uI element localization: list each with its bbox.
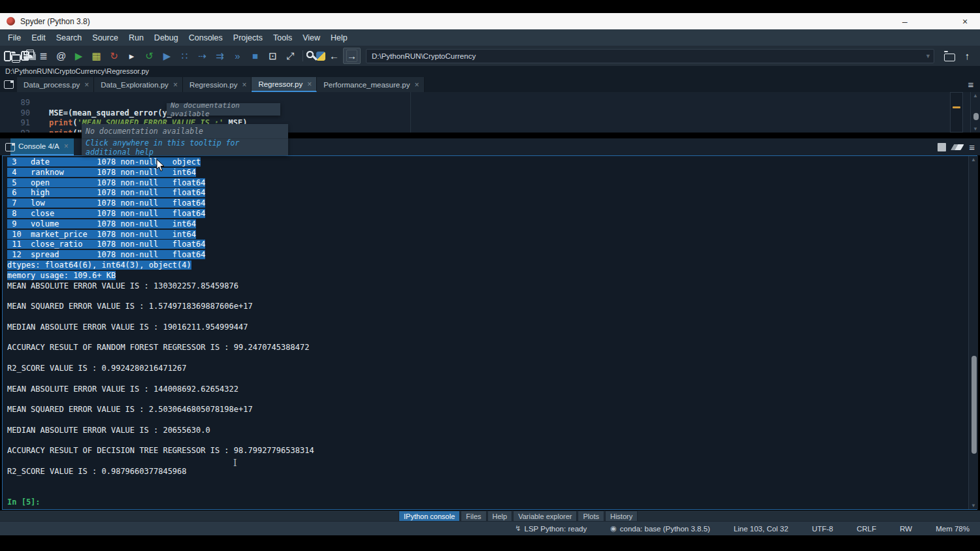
console-scrollbar[interactable]: ▲ ▼ [968,156,978,509]
file-switcher-icon[interactable]: ≣ [35,48,52,64]
debug-file-icon[interactable]: ▶ [158,48,176,64]
new-file-icon[interactable] [4,52,11,61]
doc-tooltip-large[interactable]: No documentation available Click anywher… [82,124,288,155]
console-scrollbar-thumb[interactable] [972,356,977,454]
panel-tab-plots[interactable]: Plots [578,511,604,521]
browse-tabs-button[interactable] [0,76,17,92]
console-line: MEDIAN ABSOLUTE ERROR VALUE IS : 1901621… [3,323,977,333]
open-file-icon[interactable] [11,54,21,61]
scroll-up-icon[interactable]: ▲ [971,93,980,99]
close-icon[interactable]: × [415,80,419,89]
close-icon[interactable]: × [173,80,178,89]
console-line [3,291,977,302]
menu-tools[interactable]: Tools [268,31,297,44]
console-options-menu-icon[interactable]: ≡ [969,142,975,153]
console-line: MEAN ABSOLUTE ERROR VALUE IS : 130302257… [3,281,977,292]
maximize-pane-icon[interactable]: ⊡ [264,48,282,64]
console-line [3,456,977,467]
preferences-icon[interactable] [306,51,316,61]
find-in-files-icon[interactable]: @ [52,48,70,64]
console-line: 5 open 1078 non-null float64 [3,178,977,189]
text-cursor: I [233,458,237,468]
menu-view[interactable]: View [297,31,325,44]
clear-console-icon[interactable] [951,144,964,150]
code-token: MSE=(mean_squared_error(y_ [49,108,172,118]
fullscreen-icon[interactable]: ⤢ [282,48,299,64]
tab-regression[interactable]: Regression.py × [183,77,252,92]
chevron-down-icon[interactable]: ▼ [925,53,931,59]
editor-scrollbar[interactable]: ▲ ▼ [970,92,980,133]
panel-tab-label: IPython console [404,512,455,520]
menu-source[interactable]: Source [87,31,123,44]
debug-cell-icon[interactable]: ∷ [176,48,193,64]
tab-performance-measure[interactable]: Performance_measure.py × [317,77,424,92]
save-all-icon[interactable] [27,52,35,59]
panel-tab-ipython-console[interactable]: IPython console [399,511,460,521]
run-cell-icon[interactable]: ▦ [88,48,105,64]
menu-run[interactable]: Run [123,31,149,44]
continue-icon[interactable]: » [229,48,246,64]
code-text: print(" [30,129,82,133]
close-button[interactable]: × [950,13,980,29]
editor-scrollbar-thumb[interactable] [973,113,979,120]
panel-tab-files[interactable]: Files [461,511,486,521]
close-icon[interactable]: × [64,142,69,151]
forward-icon[interactable]: → [343,48,361,64]
browse-consoles-button[interactable] [1,139,18,155]
editor-tabs: Data_process.py × Data_Exploration.py × … [17,77,425,92]
rerun-cell-icon[interactable]: ↻ [105,48,123,64]
status-bar: ↯ LSP Python: ready ◉ conda: base (Pytho… [0,521,980,535]
console-line [3,374,977,385]
run-file-icon[interactable]: ▶ [70,48,88,64]
step-over-icon[interactable]: ⇢ [193,48,211,64]
close-icon[interactable]: × [307,80,312,89]
console-line: MEDIAN ABSOLUTE ERROR VALUE IS : 2065563… [3,426,977,436]
status-item-label: Mem 78% [936,525,970,533]
tab-regressor[interactable]: Regressor.py × [252,77,317,92]
menu-consoles[interactable]: Consoles [184,31,228,44]
console-line: 4 ranknow 1078 non-null int64 [3,168,977,178]
menu-file[interactable]: File [3,31,26,44]
minimize-button[interactable]: – [890,13,920,29]
menu-debug[interactable]: Debug [149,31,184,44]
scroll-up-icon[interactable]: ▲ [969,157,978,163]
menu-help[interactable]: Help [325,31,353,44]
menu-projects[interactable]: Projects [228,31,268,44]
tab-data-process[interactable]: Data_process.py × [17,77,94,92]
menu-edit[interactable]: Edit [26,31,51,44]
back-icon[interactable]: ← [325,48,343,64]
panel-tab-help[interactable]: Help [487,511,513,521]
browse-directory-icon[interactable] [941,48,958,64]
restore-button[interactable] [920,13,950,29]
close-icon[interactable]: × [84,80,89,89]
console-line: 6 high 1078 non-null float64 [3,188,977,198]
console-line: ACCURACY RESULT OF DECISION TREE REGRESS… [3,446,977,456]
run-selection-icon[interactable]: ▸ [123,48,140,64]
pythonpath-icon[interactable] [316,52,325,61]
parent-directory-icon[interactable]: ↑ [958,48,976,64]
interrupt-kernel-icon[interactable] [938,143,946,151]
panel-tabs: IPython console Files Help Variable expl… [399,511,638,521]
breadcrumb-path: D:\PythonRUN\CryptoCurrency\Regressor.py [5,67,149,75]
console-tab-label: Console 4/A [18,142,59,150]
working-directory-input[interactable]: D:\PythonRUN\CryptoCurrency ▼ [366,49,934,63]
toolbar-separator[interactable] [302,50,303,61]
ipython-console-output[interactable]: 3 date 1078 non-null object 4 ranknow 10… [2,155,977,510]
restart-kernel-icon[interactable]: ↺ [140,48,158,64]
doc-tooltip-help-link[interactable]: Click anywhere in this tooltip for addit… [82,139,288,155]
tab-data-exploration[interactable]: Data_Exploration.py × [94,77,183,92]
tab-label: Regressor.py [258,80,302,88]
editor-options-menu-icon[interactable]: ≡ [962,76,980,92]
scroll-down-icon[interactable]: ▼ [971,126,980,132]
stop-icon[interactable]: ■ [246,48,264,64]
code-line[interactable]: 90MSE=(mean_squared_error(y_ [0,108,980,119]
code-line[interactable]: 89 [0,98,980,108]
menu-search[interactable]: Search [51,31,88,44]
console-tab[interactable]: Console 4/A × [10,138,74,155]
scroll-down-icon[interactable]: ▼ [969,503,978,509]
panel-tab-variable-explorer[interactable]: Variable explorer [513,511,577,521]
close-icon[interactable]: × [242,80,246,89]
step-into-icon[interactable]: ⇉ [211,48,229,64]
panel-tab-history[interactable]: History [605,511,638,521]
code-text [30,98,49,108]
